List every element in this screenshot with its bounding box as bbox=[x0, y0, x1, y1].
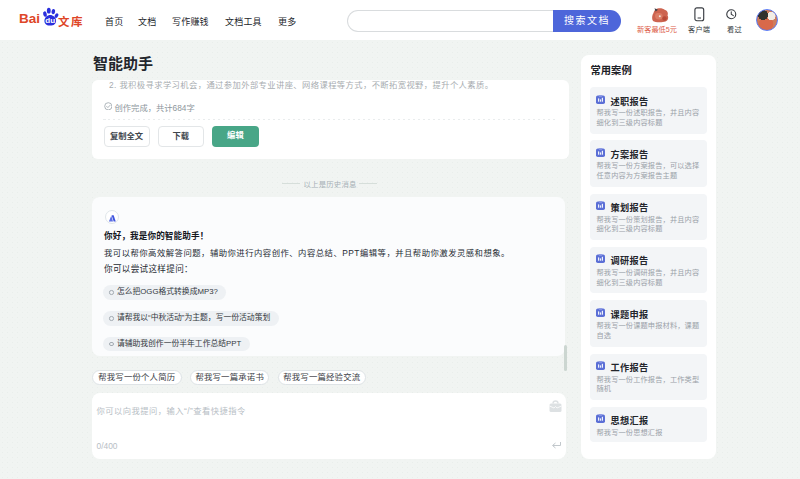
svg-text:du: du bbox=[45, 16, 55, 25]
